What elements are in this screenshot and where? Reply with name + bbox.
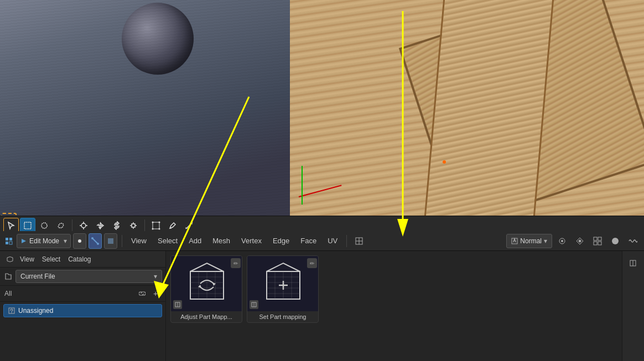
snap-btn[interactable]	[572, 233, 588, 249]
svg-rect-47	[598, 242, 601, 245]
svg-point-50	[11, 312, 12, 313]
asset-type-icon-1	[173, 300, 182, 309]
current-file-label: Current File	[20, 273, 55, 280]
current-file-row: Current File ▾	[0, 268, 165, 286]
svg-point-36	[97, 243, 99, 245]
asset-browser-content: ✏ Adjust Part Mapp...	[166, 251, 644, 361]
unassigned-icon	[8, 307, 15, 314]
unassigned-label: Unassigned	[18, 307, 53, 315]
asset-card-adjust-part-mapping[interactable]: ✏ Adjust Part Mapp...	[170, 255, 242, 323]
3d-viewport[interactable]	[0, 0, 644, 216]
panel-icon[interactable]	[4, 254, 15, 265]
uv-menu[interactable]: UV	[323, 234, 342, 248]
search-icons: +	[137, 288, 161, 299]
svg-point-35	[91, 237, 94, 239]
mesh-menu[interactable]: Mesh	[208, 234, 235, 248]
overlay-btn[interactable]	[590, 233, 605, 249]
object-right-wood	[290, 0, 644, 216]
y-axis-line	[302, 166, 303, 205]
svg-point-21	[159, 228, 160, 230]
sep4	[346, 235, 347, 247]
right-strip-content	[622, 251, 644, 275]
file-icon	[3, 271, 13, 281]
svg-rect-29	[9, 238, 12, 240]
sep1	[72, 219, 72, 232]
panel-menu-bar: View Select Catalog	[0, 251, 165, 268]
add-menu[interactable]: Add	[184, 234, 206, 248]
uv-sync-btn[interactable]	[351, 233, 367, 249]
asset-icon-set	[256, 260, 311, 307]
svg-rect-5	[24, 222, 31, 229]
shading-btn[interactable]	[607, 233, 623, 249]
normal-dropdown[interactable]: Normal ▾	[506, 234, 552, 248]
unassigned-item[interactable]: Unassigned	[3, 304, 162, 317]
edge-menu[interactable]: Edge	[268, 234, 294, 248]
toolbar-row2: Edit Mode ▾ View Select Add Mesh Vertex …	[0, 231, 644, 251]
asset-thumbnail-2: ✏	[247, 256, 319, 311]
sep3	[122, 235, 122, 247]
svg-point-20	[152, 228, 154, 230]
sep2	[144, 219, 145, 232]
normal-arrow: ▾	[544, 237, 547, 245]
svg-rect-44	[594, 237, 597, 240]
svg-rect-30	[6, 242, 8, 244]
svg-marker-32	[22, 239, 26, 243]
asset-edit-icon-2[interactable]: ✏	[307, 258, 317, 268]
wood-box-fragment	[424, 0, 554, 216]
texture-overlay	[0, 0, 307, 216]
edit-mode-arrow: ▾	[64, 237, 67, 245]
vertex-mode-btn[interactable]	[73, 233, 86, 249]
face-mode-btn[interactable]	[104, 233, 117, 249]
svg-point-33	[78, 239, 81, 243]
all-label: All	[4, 290, 12, 297]
asset-grid: ✏ Adjust Part Mapp...	[166, 251, 644, 327]
svg-point-48	[612, 238, 619, 244]
render-mode-btn[interactable]	[625, 233, 641, 249]
edge-mode-btn[interactable]	[89, 233, 102, 249]
link-icon-btn[interactable]	[137, 288, 148, 299]
svg-rect-37	[108, 238, 113, 244]
normal-label: Normal	[520, 237, 542, 245]
view-menu[interactable]: View	[127, 234, 151, 248]
select-menu[interactable]: Select	[153, 234, 182, 248]
origin-dot	[443, 160, 446, 164]
svg-rect-17	[153, 222, 159, 229]
asset-card-set-part-mapping[interactable]: ✏ Set Part mapping	[247, 255, 319, 323]
svg-marker-4	[8, 222, 14, 229]
object-left-box	[0, 0, 307, 216]
svg-point-6	[41, 223, 47, 228]
asset-label-1: Adjust Part Mapp...	[171, 311, 242, 322]
edit-mode-dropdown[interactable]: Edit Mode ▾	[17, 234, 71, 248]
right-btn-1[interactable]	[625, 255, 641, 271]
asset-icon-adjust	[179, 260, 235, 307]
asset-thumbnail-1: ✏	[171, 256, 242, 311]
svg-line-34	[92, 238, 98, 244]
svg-line-23	[186, 222, 193, 229]
asset-label-2: Set Part mapping	[247, 311, 318, 322]
edit-mode-label: Edit Mode	[29, 237, 59, 245]
select-tab[interactable]: Select	[39, 252, 64, 266]
asset-browser-panel: View Select Catalog Current File ▾ All +…	[0, 251, 166, 361]
current-file-dropdown[interactable]: Current File ▾	[15, 270, 162, 283]
asset-type-icon-2	[250, 300, 258, 309]
svg-point-18	[152, 222, 154, 223]
svg-point-19	[159, 222, 160, 223]
right-sidebar-strip	[622, 251, 644, 361]
view-tab[interactable]: View	[17, 252, 38, 266]
current-file-arrow: ▾	[154, 273, 157, 280]
face-menu[interactable]: Face	[296, 234, 321, 248]
proportional-btn[interactable]	[554, 233, 570, 249]
vertex-menu[interactable]: Vertex	[237, 234, 266, 248]
svg-rect-28	[6, 238, 8, 240]
svg-rect-45	[598, 237, 601, 240]
search-all-row: All +	[0, 286, 165, 302]
catalog-tab[interactable]: Catalog	[65, 252, 94, 266]
asset-edit-icon-1[interactable]: ✏	[231, 258, 241, 268]
svg-point-7	[81, 223, 86, 228]
svg-rect-46	[594, 242, 597, 245]
svg-rect-12	[132, 224, 135, 227]
svg-rect-31	[9, 242, 12, 244]
mode-toggle-icon[interactable]	[3, 233, 14, 249]
svg-point-43	[561, 240, 563, 242]
add-catalog-btn[interactable]: +	[150, 288, 161, 299]
